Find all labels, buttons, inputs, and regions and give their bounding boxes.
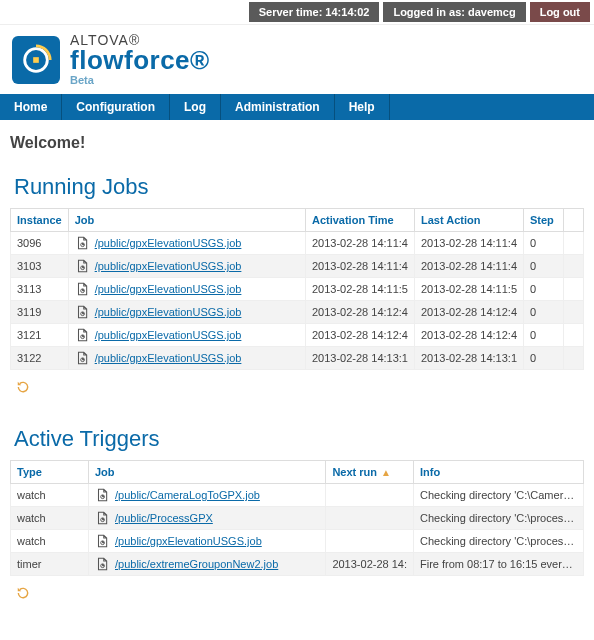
step-cell: 0 — [524, 347, 564, 370]
info-cell: Fire from 08:17 to 16:15 every 42 mi — [414, 553, 584, 576]
table-row: 3096/public/gpxElevationUSGS.job2013-02-… — [11, 232, 584, 255]
col-blank — [564, 209, 584, 232]
nav-item-log[interactable]: Log — [170, 94, 221, 120]
type-cell: watch — [11, 530, 89, 553]
col-step[interactable]: Step — [524, 209, 564, 232]
job-cell: /public/ProcessGPX — [89, 507, 326, 530]
table-row: watch/public/CameraLogToGPX.jobChecking … — [11, 484, 584, 507]
job-file-icon — [75, 259, 89, 273]
job-file-icon — [75, 305, 89, 319]
job-link[interactable]: /public/gpxElevationUSGS.job — [95, 260, 242, 272]
job-link[interactable]: /public/gpxElevationUSGS.job — [115, 535, 262, 547]
brand-line2: flowforce® — [70, 47, 210, 73]
brand: ALTOVA® flowforce® Beta — [70, 33, 210, 86]
job-link[interactable]: /public/gpxElevationUSGS.job — [95, 306, 242, 318]
job-cell: /public/extremeGrouponNew2.job — [89, 553, 326, 576]
instance-cell: 3113 — [11, 278, 69, 301]
col-job[interactable]: Job — [89, 461, 326, 484]
refresh-icon[interactable] — [16, 380, 30, 394]
refresh-icon[interactable] — [16, 586, 30, 600]
logged-in-user: davemcg — [468, 6, 516, 18]
last-action-cell: 2013-02-28 14:11:5 — [414, 278, 523, 301]
brand-line3: Beta — [70, 75, 210, 86]
table-row: 3113/public/gpxElevationUSGS.job2013-02-… — [11, 278, 584, 301]
job-file-icon — [95, 511, 109, 525]
next-run-cell: 2013-02-28 14: — [326, 553, 414, 576]
col-activation[interactable]: Activation Time — [305, 209, 414, 232]
logged-in-chip: Logged in as: davemcg — [383, 2, 525, 22]
running-jobs-table: Instance Job Activation Time Last Action… — [10, 208, 584, 370]
instance-cell: 3103 — [11, 255, 69, 278]
job-file-icon — [75, 282, 89, 296]
job-file-icon — [75, 351, 89, 365]
job-file-icon — [95, 534, 109, 548]
nav-item-configuration[interactable]: Configuration — [62, 94, 170, 120]
step-cell: 0 — [524, 324, 564, 347]
nav-item-help[interactable]: Help — [335, 94, 390, 120]
job-link[interactable]: /public/gpxElevationUSGS.job — [95, 237, 242, 249]
col-type[interactable]: Type — [11, 461, 89, 484]
server-time-label: Server time: — [259, 6, 323, 18]
job-link[interactable]: /public/gpxElevationUSGS.job — [95, 329, 242, 341]
job-file-icon — [75, 328, 89, 342]
job-cell: /public/gpxElevationUSGS.job — [89, 530, 326, 553]
col-last-action[interactable]: Last Action — [414, 209, 523, 232]
info-cell: Checking directory 'C:\processGPX\ — [414, 530, 584, 553]
info-cell: Checking directory 'C:\CameraGPS\I — [414, 484, 584, 507]
next-run-cell — [326, 530, 414, 553]
type-cell: timer — [11, 553, 89, 576]
table-row: 3121/public/gpxElevationUSGS.job2013-02-… — [11, 324, 584, 347]
col-next-run[interactable]: Next run▲ — [326, 461, 414, 484]
job-file-icon — [75, 236, 89, 250]
last-action-cell: 2013-02-28 14:11:4 — [414, 232, 523, 255]
nav-bar: HomeConfigurationLogAdministrationHelp — [0, 94, 594, 120]
job-file-icon — [95, 557, 109, 571]
activation-cell: 2013-02-28 14:12:4 — [305, 301, 414, 324]
logo-icon — [12, 36, 60, 84]
last-action-cell: 2013-02-28 14:11:4 — [414, 255, 523, 278]
instance-cell: 3096 — [11, 232, 69, 255]
job-file-icon — [95, 488, 109, 502]
logout-button[interactable]: Log out — [530, 2, 590, 22]
col-instance[interactable]: Instance — [11, 209, 69, 232]
job-link[interactable]: /public/CameraLogToGPX.job — [115, 489, 260, 501]
last-action-cell: 2013-02-28 14:12:4 — [414, 301, 523, 324]
page-title: Welcome! — [10, 134, 584, 152]
info-cell: Checking directory 'C:\processGPX\ — [414, 507, 584, 530]
job-link[interactable]: /public/extremeGrouponNew2.job — [115, 558, 278, 570]
job-link[interactable]: /public/ProcessGPX — [115, 512, 213, 524]
activation-cell: 2013-02-28 14:13:1 — [305, 347, 414, 370]
job-cell: /public/gpxElevationUSGS.job — [68, 278, 305, 301]
step-cell: 0 — [524, 301, 564, 324]
next-run-cell — [326, 507, 414, 530]
type-cell: watch — [11, 507, 89, 530]
last-action-cell: 2013-02-28 14:12:4 — [414, 324, 523, 347]
sort-asc-icon: ▲ — [381, 467, 391, 478]
server-time-value: 14:14:02 — [325, 6, 369, 18]
activation-cell: 2013-02-28 14:11:5 — [305, 278, 414, 301]
running-jobs-title: Running Jobs — [10, 174, 584, 200]
col-job[interactable]: Job — [68, 209, 305, 232]
table-row: timer/public/extremeGrouponNew2.job2013-… — [11, 553, 584, 576]
table-row: 3119/public/gpxElevationUSGS.job2013-02-… — [11, 301, 584, 324]
job-link[interactable]: /public/gpxElevationUSGS.job — [95, 352, 242, 364]
top-bar: Server time: 14:14:02 Logged in as: dave… — [0, 0, 594, 25]
nav-item-administration[interactable]: Administration — [221, 94, 335, 120]
table-row: 3122/public/gpxElevationUSGS.job2013-02-… — [11, 347, 584, 370]
activation-cell: 2013-02-28 14:12:4 — [305, 324, 414, 347]
server-time-chip: Server time: 14:14:02 — [249, 2, 380, 22]
activation-cell: 2013-02-28 14:11:4 — [305, 232, 414, 255]
table-row: watch/public/gpxElevationUSGS.jobCheckin… — [11, 530, 584, 553]
nav-item-home[interactable]: Home — [0, 94, 62, 120]
next-run-cell — [326, 484, 414, 507]
header: ALTOVA® flowforce® Beta — [0, 25, 594, 94]
col-info[interactable]: Info — [414, 461, 584, 484]
instance-cell: 3119 — [11, 301, 69, 324]
active-triggers-title: Active Triggers — [10, 426, 584, 452]
table-row: watch/public/ProcessGPXChecking director… — [11, 507, 584, 530]
active-triggers-table: Type Job Next run▲ Info watch/public/Cam… — [10, 460, 584, 576]
job-link[interactable]: /public/gpxElevationUSGS.job — [95, 283, 242, 295]
step-cell: 0 — [524, 232, 564, 255]
last-action-cell: 2013-02-28 14:13:1 — [414, 347, 523, 370]
logged-in-label: Logged in as: — [393, 6, 465, 18]
